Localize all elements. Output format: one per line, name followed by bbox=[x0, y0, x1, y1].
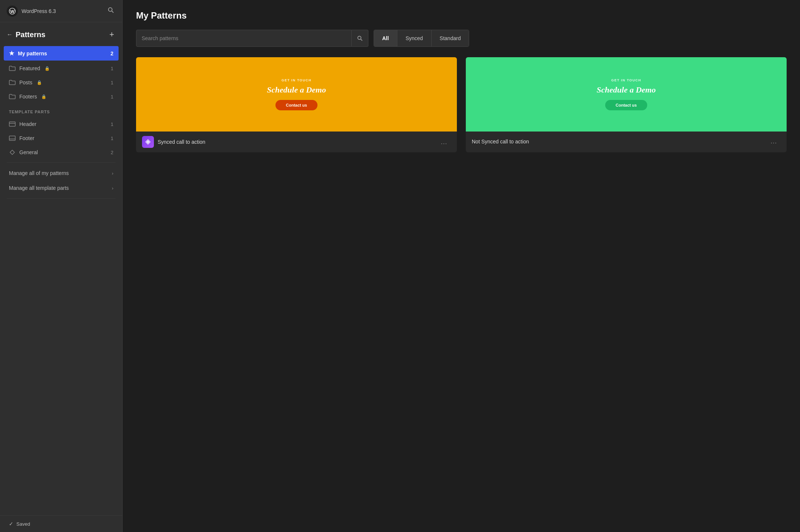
svg-rect-4 bbox=[9, 122, 15, 126]
divider-2 bbox=[7, 198, 116, 199]
preview-btn-1: Contact us bbox=[275, 100, 317, 110]
pattern-name-1: Synced call to action bbox=[158, 139, 205, 145]
sidebar: W WordPress 6.3 ← Patterns + ★ My patter… bbox=[0, 0, 123, 532]
template-parts-section-label: TEMPLATE PARTS bbox=[0, 104, 122, 117]
preview-eyebrow-1: GET IN TOUCH bbox=[267, 78, 326, 82]
preview-headline-2: Schedule a Demo bbox=[597, 85, 656, 95]
svg-marker-8 bbox=[10, 150, 14, 155]
chevron-right-icon-2: › bbox=[112, 185, 113, 191]
pattern-meta-2: Not Synced call to action … bbox=[466, 132, 787, 151]
footer-template-count: 1 bbox=[111, 136, 113, 141]
sidebar-topbar: W WordPress 6.3 bbox=[0, 0, 122, 22]
sidebar-footer: ✓ Saved bbox=[0, 515, 122, 532]
sidebar-search-button[interactable] bbox=[106, 5, 116, 17]
svg-text:W: W bbox=[10, 9, 14, 13]
sidebar-nav: ★ My patterns 2 Featured 🔒 1 bbox=[0, 45, 122, 515]
general-template-label: General bbox=[19, 149, 38, 155]
lock-icon-posts: 🔒 bbox=[37, 80, 42, 85]
sidebar-item-header-template[interactable]: Header 1 bbox=[0, 117, 122, 131]
chevron-right-icon-1: › bbox=[112, 171, 113, 176]
posts-label: Posts bbox=[19, 80, 32, 85]
wp-logo-icon: W bbox=[7, 6, 18, 17]
search-bar bbox=[136, 30, 352, 47]
manage-template-parts-label: Manage all template parts bbox=[9, 185, 69, 191]
pattern-more-button-2[interactable]: … bbox=[767, 136, 781, 147]
wp-version-label: WordPress 6.3 bbox=[22, 8, 56, 14]
toolbar: All Synced Standard bbox=[136, 30, 787, 47]
pattern-meta-1: Synced call to action … bbox=[136, 132, 457, 152]
folder-icon-posts bbox=[9, 79, 16, 86]
filter-tab-standard[interactable]: Standard bbox=[432, 30, 469, 46]
manage-template-parts-link[interactable]: Manage all template parts › bbox=[0, 181, 122, 195]
filter-tab-synced[interactable]: Synced bbox=[397, 30, 432, 46]
main-content: My Patterns All Synced Standard GET IN T… bbox=[123, 0, 800, 532]
manage-my-patterns-label: Manage all of my patterns bbox=[9, 170, 69, 176]
pattern-preview-not-synced: GET IN TOUCH Schedule a Demo Contact us bbox=[466, 57, 787, 132]
pattern-name-2: Not Synced call to action bbox=[472, 139, 529, 145]
sidebar-item-my-patterns[interactable]: ★ My patterns 2 bbox=[4, 46, 119, 61]
general-template-count: 2 bbox=[111, 150, 113, 155]
pattern-card-synced-cta[interactable]: GET IN TOUCH Schedule a Demo Contact us … bbox=[136, 57, 457, 152]
footer-template-icon bbox=[9, 135, 16, 142]
svg-point-9 bbox=[358, 36, 361, 39]
my-patterns-count: 2 bbox=[110, 51, 113, 56]
preview-headline-1: Schedule a Demo bbox=[267, 85, 326, 95]
patterns-grid: GET IN TOUCH Schedule a Demo Contact us … bbox=[136, 57, 787, 152]
add-pattern-button[interactable]: + bbox=[108, 29, 116, 40]
wp-logo-area: W WordPress 6.3 bbox=[7, 6, 56, 17]
filter-tabs: All Synced Standard bbox=[374, 30, 469, 47]
svg-line-10 bbox=[361, 39, 362, 40]
header-template-count: 1 bbox=[111, 121, 113, 127]
preview-btn-2: Contact us bbox=[605, 100, 647, 110]
pattern-more-button-1[interactable]: … bbox=[438, 137, 451, 147]
saved-check-icon: ✓ bbox=[9, 521, 13, 527]
search-submit-button[interactable] bbox=[352, 30, 368, 47]
sidebar-item-featured[interactable]: Featured 🔒 1 bbox=[0, 61, 122, 75]
sidebar-item-footer-template[interactable]: Footer 1 bbox=[0, 131, 122, 145]
sidebar-item-general-template[interactable]: General 2 bbox=[0, 145, 122, 159]
patterns-header: ← Patterns + bbox=[0, 22, 122, 45]
saved-status: Saved bbox=[16, 521, 30, 527]
manage-my-patterns-link[interactable]: Manage all of my patterns › bbox=[0, 166, 122, 181]
footers-label: Footers bbox=[19, 94, 37, 100]
posts-count: 1 bbox=[111, 80, 113, 85]
lock-icon-featured: 🔒 bbox=[45, 66, 50, 71]
my-patterns-label: My patterns bbox=[18, 51, 47, 56]
search-input[interactable] bbox=[142, 35, 346, 41]
footer-template-label: Footer bbox=[19, 135, 34, 141]
footers-count: 1 bbox=[111, 94, 113, 100]
page-title: My Patterns bbox=[136, 10, 787, 21]
star-icon: ★ bbox=[9, 50, 14, 57]
featured-label: Featured bbox=[19, 65, 40, 71]
synced-badge-icon bbox=[142, 136, 154, 148]
patterns-title: Patterns bbox=[16, 30, 108, 39]
svg-line-3 bbox=[112, 11, 114, 13]
header-template-icon bbox=[9, 121, 16, 127]
preview-eyebrow-2: GET IN TOUCH bbox=[597, 78, 656, 82]
sidebar-item-footers[interactable]: Footers 🔒 1 bbox=[0, 90, 122, 104]
pattern-preview-synced: GET IN TOUCH Schedule a Demo Contact us bbox=[136, 57, 457, 132]
sidebar-item-posts[interactable]: Posts 🔒 1 bbox=[0, 75, 122, 90]
lock-icon-footers: 🔒 bbox=[41, 94, 46, 99]
filter-tab-all[interactable]: All bbox=[374, 30, 397, 46]
back-button[interactable]: ← bbox=[7, 30, 16, 39]
folder-icon bbox=[9, 65, 16, 72]
svg-point-2 bbox=[109, 8, 112, 12]
divider-1 bbox=[7, 162, 116, 163]
svg-rect-6 bbox=[9, 136, 15, 140]
folder-icon-footers bbox=[9, 93, 16, 100]
header-template-label: Header bbox=[19, 121, 36, 127]
pattern-card-not-synced-cta[interactable]: GET IN TOUCH Schedule a Demo Contact us … bbox=[466, 57, 787, 152]
general-template-icon bbox=[9, 149, 16, 156]
featured-count: 1 bbox=[111, 66, 113, 71]
